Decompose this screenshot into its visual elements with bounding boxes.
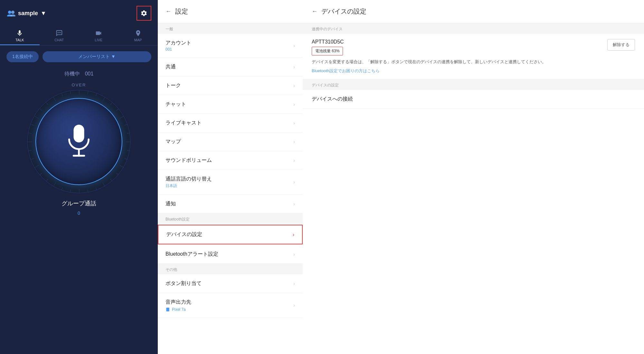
- svg-point-5: [59, 32, 60, 33]
- settings-item-button-assign-title: ボタン割り当て: [166, 280, 202, 287]
- svg-rect-47: [166, 308, 169, 311]
- device-panel: ← デバイスの設定 連携中のデバイス APTT310D5C 電池残量 63% 解…: [303, 0, 644, 354]
- settings-item-device-settings[interactable]: デバイスの設定 ›: [158, 225, 303, 244]
- settings-item-language-sub: 日本語: [166, 183, 212, 189]
- gear-icon: [140, 10, 147, 17]
- over-label: OVER: [72, 83, 86, 87]
- map-tab-icon: [135, 30, 142, 37]
- chevron-right-icon: ›: [293, 102, 295, 107]
- settings-header: ← 設定: [158, 0, 303, 23]
- settings-back-button[interactable]: ←: [166, 8, 171, 15]
- tab-talk-label: TALK: [15, 38, 24, 42]
- device-info-block: APTT310D5C 電池残量 63% 解除する デバイスを変更する場合は、「解…: [303, 34, 644, 79]
- mic-outer-ring[interactable]: [27, 90, 130, 193]
- tab-live[interactable]: LIVE: [79, 26, 118, 45]
- device-settings-header: ← デバイスの設定: [303, 0, 644, 23]
- settings-item-audio-sub: Pixel 7a: [172, 307, 186, 312]
- connection-bar: 1名接続中 メンバーリスト ▼: [6, 51, 151, 62]
- nav-tabs: TALK CHAT LIVE MAP: [0, 26, 158, 45]
- svg-point-2: [11, 11, 14, 14]
- chevron-right-icon: ›: [293, 120, 295, 126]
- section-bluetooth-label: Bluetooth設定: [158, 213, 303, 224]
- user-icon: [6, 10, 15, 16]
- settings-panel: ← 設定 一般 アカウント 001 › 共通 › トーク › チャット › ライ…: [158, 0, 303, 354]
- settings-item-bluetooth-alert[interactable]: Bluetoothアラート設定 ›: [158, 245, 303, 264]
- chat-tab-icon: [56, 30, 63, 37]
- svg-point-6: [60, 32, 61, 33]
- settings-item-talk-title: トーク: [166, 82, 181, 89]
- chevron-right-icon: ›: [293, 232, 294, 238]
- user-info[interactable]: sample ▼: [6, 10, 46, 17]
- phone-panel: sample ▼ TALK CHAT: [0, 0, 158, 354]
- connection-badge: 1名接続中: [6, 51, 39, 62]
- settings-item-audio-output-content: 音声出力先 Pixel 7a: [166, 299, 191, 312]
- mic-tab-icon: [16, 30, 23, 37]
- settings-item-notification[interactable]: 通知 ›: [158, 195, 303, 213]
- tab-chat[interactable]: CHAT: [40, 26, 79, 45]
- settings-item-talk[interactable]: トーク ›: [158, 76, 303, 95]
- tab-talk[interactable]: TALK: [0, 26, 40, 45]
- chevron-right-icon: ›: [293, 251, 295, 257]
- chevron-down-icon: ▼: [41, 10, 46, 17]
- settings-item-language-title: 通話言語の切り替え: [166, 176, 212, 182]
- section-connected-label: 連携中のデバイス: [303, 23, 644, 34]
- standby-text: 待機中 001: [0, 71, 158, 77]
- chevron-right-icon: ›: [293, 179, 295, 185]
- username-label: sample: [18, 10, 38, 17]
- section-device-settings-label: デバイスの設定: [303, 79, 644, 90]
- chevron-right-icon: ›: [293, 302, 295, 308]
- tick-ring-decoration: [26, 89, 132, 195]
- tab-live-label: LIVE: [95, 38, 102, 42]
- settings-item-device-title: デバイスの設定: [166, 231, 202, 238]
- pixel-icon: [166, 307, 170, 312]
- settings-item-soundvolume[interactable]: サウンドボリューム ›: [158, 151, 303, 170]
- tab-map[interactable]: MAP: [118, 26, 158, 45]
- settings-item-audio-output-title: 音声出力先: [166, 299, 191, 306]
- settings-item-chat-title: チャット: [166, 101, 186, 108]
- disconnect-button[interactable]: 解除する: [607, 39, 635, 51]
- chevron-right-icon: ›: [293, 158, 295, 163]
- chevron-right-icon: ›: [293, 139, 295, 145]
- device-connect-label: デバイスへの接続: [312, 96, 353, 103]
- chevron-right-icon: ›: [293, 83, 295, 89]
- settings-item-map[interactable]: マップ ›: [158, 133, 303, 151]
- chevron-right-icon: ›: [293, 64, 295, 70]
- settings-item-account-sub: 001: [166, 47, 191, 52]
- section-other-label: その他: [158, 264, 303, 274]
- settings-item-common-title: 共通: [166, 64, 176, 70]
- settings-item-bluetooth-alert-title: Bluetoothアラート設定: [166, 251, 218, 258]
- chevron-right-icon: ›: [293, 201, 295, 207]
- section-general-label: 一般: [158, 23, 303, 34]
- device-info-left: APTT310D5C 電池残量 63%: [312, 39, 344, 55]
- settings-item-account[interactable]: アカウント 001 ›: [158, 34, 303, 58]
- gear-button[interactable]: [137, 6, 151, 21]
- settings-item-language-content: 通話言語の切り替え 日本語: [166, 176, 212, 189]
- settings-item-map-title: マップ: [166, 138, 181, 145]
- settings-item-common[interactable]: 共通 ›: [158, 58, 303, 76]
- group-call-label: グループ通話: [62, 200, 96, 207]
- bluetooth-help-link[interactable]: Bluetooth設定でお困りの方はこちら: [312, 68, 635, 74]
- settings-item-livecast[interactable]: ライブキャスト ›: [158, 114, 303, 133]
- svg-point-0: [8, 11, 11, 14]
- settings-item-button-assign[interactable]: ボタン割り当て ›: [158, 274, 303, 293]
- device-description: デバイスを変更する場合は、「解除する」ボタンで現在のデバイスの連携を解除して、新…: [312, 59, 635, 65]
- settings-item-livecast-title: ライブキャスト: [166, 120, 202, 126]
- chevron-right-icon: ›: [293, 43, 295, 49]
- settings-item-soundvolume-title: サウンドボリューム: [166, 157, 212, 164]
- zero-label: 0: [78, 211, 80, 216]
- battery-badge: 電池残量 63%: [312, 47, 343, 55]
- phone-header: sample ▼: [0, 0, 158, 26]
- settings-item-notification-title: 通知: [166, 201, 176, 207]
- device-back-button[interactable]: ←: [312, 8, 317, 15]
- device-settings-title: デバイスの設定: [321, 7, 366, 16]
- settings-item-chat[interactable]: チャット ›: [158, 95, 303, 114]
- settings-item-audio-output[interactable]: 音声出力先 Pixel 7a ›: [158, 293, 303, 318]
- device-connect-item[interactable]: デバイスへの接続: [303, 90, 644, 109]
- mic-area: OVER: [0, 83, 158, 354]
- settings-item-account-title: アカウント: [166, 40, 191, 46]
- member-list-button[interactable]: メンバーリスト ▼: [43, 51, 151, 62]
- tab-map-label: MAP: [134, 38, 142, 42]
- chevron-right-icon: ›: [293, 281, 295, 287]
- svg-point-4: [58, 32, 59, 33]
- settings-item-language[interactable]: 通話言語の切り替え 日本語 ›: [158, 170, 303, 195]
